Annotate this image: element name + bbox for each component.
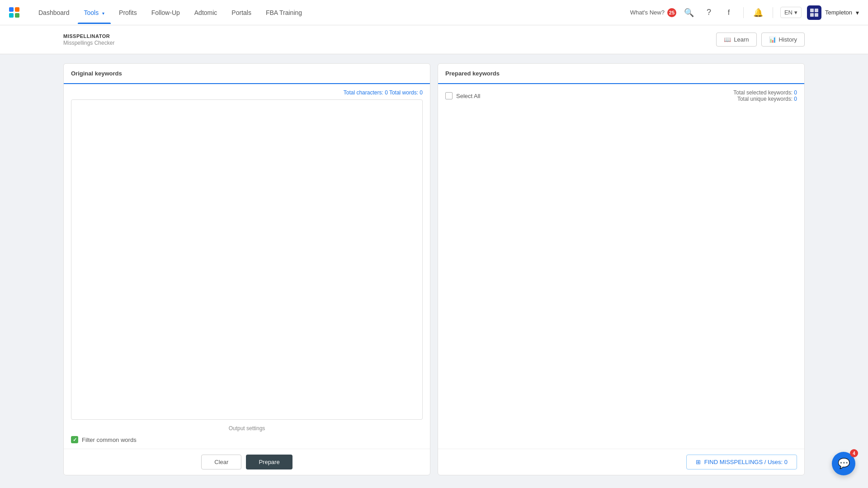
book-icon: 📖 xyxy=(724,36,731,43)
nav-followup[interactable]: Follow-Up xyxy=(145,5,186,20)
nav-links: Dashboard Tools ▾ Profits Follow-Up Adto… xyxy=(32,5,630,20)
user-menu[interactable]: Templeton ▾ xyxy=(807,5,859,20)
nav-dashboard[interactable]: Dashboard xyxy=(32,5,76,20)
nav-divider-2 xyxy=(773,7,773,18)
output-settings: Output settings Filter common words xyxy=(71,425,423,443)
chat-badge: 4 xyxy=(850,449,858,457)
chat-button[interactable]: 💬 4 xyxy=(832,452,855,475)
nav-fba-training[interactable]: FBA Training xyxy=(259,5,308,20)
clear-button[interactable]: Clear xyxy=(201,455,241,469)
help-icon[interactable]: ? xyxy=(702,5,716,20)
output-settings-title: Output settings xyxy=(71,425,423,432)
chevron-down-icon: ▾ xyxy=(102,11,104,16)
prepared-keywords-body: Select All Total selected keywords: 0 To… xyxy=(438,84,804,449)
language-selector[interactable]: EN ▾ xyxy=(780,7,802,18)
page-actions: 📖 Learn 📊 History xyxy=(716,33,805,47)
chevron-down-icon-user: ▾ xyxy=(856,9,859,16)
nav-divider xyxy=(743,7,744,18)
page-title-block: MISSPELLINATOR Misspellings Checker xyxy=(63,33,114,46)
select-all-left: Select All xyxy=(445,92,480,99)
learn-button[interactable]: 📖 Learn xyxy=(716,33,756,47)
chat-icon: 💬 xyxy=(838,458,850,469)
select-all-row: Select All Total selected keywords: 0 To… xyxy=(445,89,797,102)
prepared-keywords-panel: Prepared keywords Select All Total selec… xyxy=(438,63,805,475)
original-keywords-panel: Original keywords Total characters: 0 To… xyxy=(63,63,430,475)
nav-tools[interactable]: Tools ▾ xyxy=(78,5,111,20)
top-navigation: Dashboard Tools ▾ Profits Follow-Up Adto… xyxy=(0,0,868,25)
history-icon: 📊 xyxy=(769,36,776,43)
facebook-icon[interactable]: f xyxy=(722,5,736,20)
prepare-button[interactable]: Prepare xyxy=(246,455,292,469)
nav-right-area: What's New? 25 🔍 ? f 🔔 EN ▾ Templeton ▾ xyxy=(630,5,859,20)
whats-new-badge: 25 xyxy=(667,8,676,17)
chars-info: Total characters: 0 Total words: 0 xyxy=(71,89,423,96)
keyword-textarea[interactable] xyxy=(71,99,423,420)
nav-adtomic[interactable]: Adtomic xyxy=(188,5,224,20)
select-all-checkbox[interactable] xyxy=(445,92,453,99)
user-name: Templeton xyxy=(825,9,852,16)
nav-portals[interactable]: Portals xyxy=(225,5,258,20)
page-title: MISSPELLINATOR xyxy=(63,33,114,39)
total-selected-stat: Total selected keywords: 0 xyxy=(733,89,797,96)
checkbox-checked-icon xyxy=(71,436,78,443)
right-panel-footer: ⊞ FIND MISSPELLINGS / Uses: 0 xyxy=(438,449,804,475)
original-keywords-body: Total characters: 0 Total words: 0 Outpu… xyxy=(64,84,430,449)
select-all-label[interactable]: Select All xyxy=(456,93,480,99)
filter-row: Filter common words xyxy=(71,436,423,443)
app-logo[interactable] xyxy=(9,7,19,18)
prepared-keywords-header: Prepared keywords xyxy=(438,64,804,84)
page-header: MISSPELLINATOR Misspellings Checker 📖 Le… xyxy=(0,25,868,54)
original-keywords-header: Original keywords xyxy=(64,64,430,84)
find-misspellings-button[interactable]: ⊞ FIND MISSPELLINGS / Uses: 0 xyxy=(686,455,797,469)
filter-label: Filter common words xyxy=(82,436,137,443)
whats-new-button[interactable]: What's New? 25 xyxy=(630,8,676,17)
search-icon[interactable]: 🔍 xyxy=(682,5,696,20)
history-button[interactable]: 📊 History xyxy=(761,33,805,47)
page-subtitle: Misspellings Checker xyxy=(63,40,114,46)
grid-icon: ⊞ xyxy=(696,459,701,465)
filter-common-words-checkbox[interactable]: Filter common words xyxy=(71,436,137,443)
chevron-down-icon-lang: ▾ xyxy=(794,9,797,16)
content-area: Original keywords Total characters: 0 To… xyxy=(0,54,868,484)
avatar xyxy=(807,5,821,20)
nav-profits[interactable]: Profits xyxy=(113,5,143,20)
left-panel-footer: Clear Prepare xyxy=(64,449,430,475)
keyword-stats: Total selected keywords: 0 Total unique … xyxy=(733,89,797,102)
notification-icon[interactable]: 🔔 xyxy=(751,5,765,20)
total-unique-stat: Total unique keywords: 0 xyxy=(733,96,797,102)
